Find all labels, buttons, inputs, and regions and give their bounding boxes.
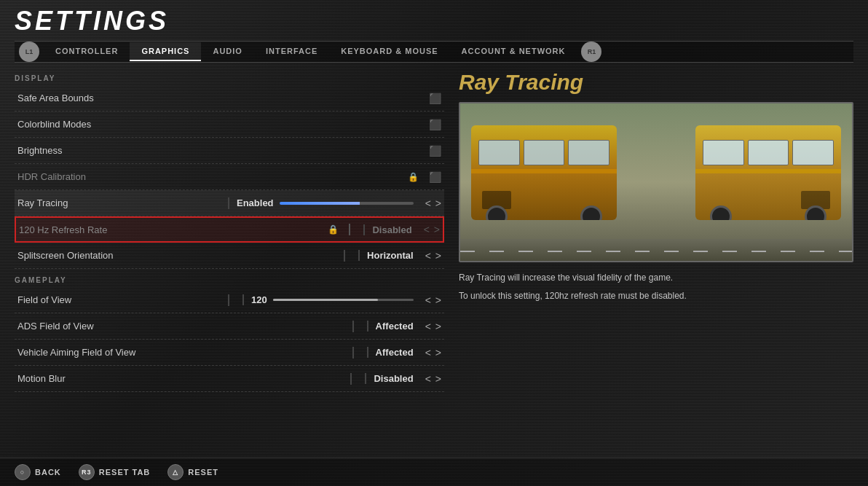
arrow-right[interactable]: > (435, 197, 441, 209)
settings-panel: Display Safe Area Bounds ⬛ Colorblind Mo… (15, 70, 444, 450)
setting-splitscreen-label: Splitscreen Orientation (17, 250, 338, 261)
setting-splitscreen[interactable]: Splitscreen Orientation Horizontal < > (15, 243, 444, 269)
refresh-rate-value: Disabled (363, 224, 411, 235)
detail-desc-2: To unlock this setting, 120hz refresh ra… (459, 289, 853, 303)
setting-vehicle-aim-fov[interactable]: Vehicle Aiming Field of View Affected < … (15, 340, 444, 366)
ray-tracing-bar (280, 202, 414, 205)
ads-fov-arrow-left[interactable]: < (425, 321, 431, 332)
setting-motion-blur-label: Motion Blur (17, 373, 344, 384)
reset-tab-button[interactable]: R3 Reset Tab (79, 464, 151, 480)
setting-hdr-calibration: HDR Calibration 🔒 ⬛ (15, 164, 444, 190)
ads-fov-value: Affected (367, 321, 414, 332)
reset-button[interactable]: △ Reset (167, 464, 218, 480)
setting-ray-tracing[interactable]: Ray Tracing Enabled < > (15, 190, 444, 216)
setting-safe-area-bounds-label: Safe Area Bounds (17, 93, 423, 103)
setting-ads-fov-label: ADS Field of View (17, 321, 347, 332)
section-gameplay-label: Gameplay (15, 276, 444, 284)
arrow-left[interactable]: < (425, 197, 431, 209)
arrow-left-2: < (424, 224, 430, 235)
setting-vehicle-aim-fov-label: Vehicle Aiming Field of View (17, 347, 347, 358)
setting-ads-fov[interactable]: ADS Field of View Affected < > (15, 313, 444, 340)
motion-blur-value: Disabled (365, 373, 413, 384)
setting-120hz-refresh-rate: 120 Hz Refresh Rate 🔒 Disabled < > (15, 216, 444, 243)
back-btn-label: Back (35, 468, 61, 477)
fov-arrow-left[interactable]: < (425, 294, 431, 306)
fov-arrows: < > (425, 294, 441, 306)
lock-icon-2: 🔒 (328, 224, 339, 235)
back-btn-icon: ○ (15, 464, 31, 480)
setting-hdr-calibration-label: HDR Calibration (17, 171, 408, 182)
nav-left-btn[interactable]: L1 (19, 42, 39, 62)
back-button[interactable]: ○ Back (15, 464, 61, 480)
vehicle-aim-arrow-left[interactable]: < (425, 347, 431, 358)
motion-blur-arrows: < > (425, 373, 441, 385)
section-display-label: Display (15, 74, 444, 82)
external-link-icon: ⬛ (429, 93, 441, 104)
external-link-icon-2: ⬛ (429, 119, 441, 130)
setting-brightness[interactable]: Brightness ⬛ (15, 138, 444, 164)
arrow-right-2: > (434, 224, 440, 235)
refresh-arrows: < > (424, 224, 440, 235)
tab-interface[interactable]: Interface (254, 42, 329, 61)
fov-arrow-right[interactable]: > (435, 294, 441, 306)
setting-brightness-label: Brightness (17, 145, 423, 156)
reset-btn-label: Reset (188, 468, 218, 477)
tab-account-network[interactable]: Account & Network (450, 42, 577, 61)
display-settings-list: Safe Area Bounds ⬛ Colorblind Modes ⬛ Br… (15, 85, 444, 269)
reset-tab-btn-label: Reset Tab (99, 468, 151, 477)
detail-title: Ray Tracing (459, 70, 853, 95)
splitscreen-value: Horizontal (358, 250, 414, 261)
ray-tracing-value: Enabled (237, 197, 274, 208)
ads-fov-arrow-right[interactable]: > (435, 321, 441, 332)
arrow-left-3[interactable]: < (425, 250, 431, 262)
detail-panel: Ray Tracing (459, 70, 853, 450)
setting-fov-label: Field of View (17, 294, 222, 305)
fov-slider[interactable] (273, 299, 414, 301)
tab-graphics[interactable]: Graphics (130, 42, 201, 61)
reset-btn-icon: △ (167, 464, 184, 480)
fov-value: 120 (242, 294, 267, 305)
tab-controller[interactable]: Controller (44, 42, 130, 61)
setting-ray-tracing-label: Ray Tracing (17, 197, 222, 208)
lock-icon: 🔒 (408, 172, 419, 182)
tab-keyboard-mouse[interactable]: Keyboard & Mouse (329, 42, 449, 61)
setting-motion-blur[interactable]: Motion Blur Disabled < > (15, 366, 444, 392)
detail-desc-1: Ray Tracing will increase the visual fid… (459, 271, 853, 285)
ray-tracing-arrows: < > (425, 197, 441, 209)
external-link-icon-4: ⬛ (429, 171, 441, 183)
gameplay-settings-list: Field of View 120 < > ADS Field of View (15, 287, 444, 392)
nav-right-btn[interactable]: R1 (581, 42, 601, 62)
vehicle-aim-arrow-right[interactable]: > (435, 347, 441, 358)
motion-blur-arrow-left[interactable]: < (425, 373, 431, 385)
motion-blur-arrow-right[interactable]: > (435, 373, 441, 385)
vehicle-aim-arrows: < > (425, 347, 441, 358)
footer: ○ Back R3 Reset Tab △ Reset (0, 458, 868, 486)
page-title: SETTINGS (15, 6, 853, 36)
splitscreen-arrows: < > (425, 250, 441, 262)
setting-120hz-label: 120 Hz Refresh Rate (19, 224, 328, 235)
fov-slider-fill (273, 299, 379, 301)
nav-bar: L1 Controller Graphics Audio Interface K… (15, 41, 853, 63)
detail-image (459, 102, 853, 262)
setting-safe-area-bounds[interactable]: Safe Area Bounds ⬛ (15, 85, 444, 111)
bus-scene (460, 103, 852, 261)
arrow-right-3[interactable]: > (435, 250, 441, 262)
tab-audio[interactable]: Audio (201, 42, 253, 61)
ads-fov-arrows: < > (425, 321, 441, 332)
setting-fov[interactable]: Field of View 120 < > (15, 287, 444, 313)
setting-colorblind-modes-label: Colorblind Modes (17, 119, 423, 130)
vehicle-aim-fov-value: Affected (367, 347, 414, 358)
setting-colorblind-modes[interactable]: Colorblind Modes ⬛ (15, 111, 444, 138)
reset-tab-btn-icon: R3 (79, 464, 95, 480)
external-link-icon-3: ⬛ (429, 145, 441, 157)
